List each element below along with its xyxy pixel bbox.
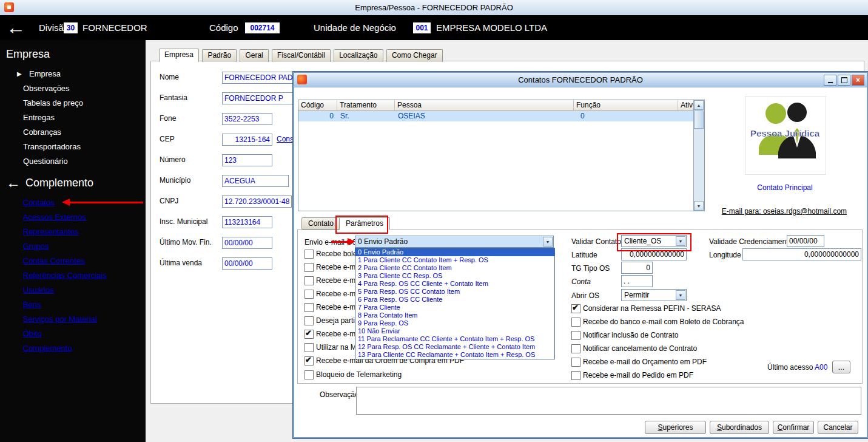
email-link[interactable]: E-mail para: oseias.rdgs@hotmail.com bbox=[719, 207, 850, 216]
checkbox[interactable] bbox=[304, 290, 314, 299]
checkbox[interactable] bbox=[571, 304, 580, 313]
sidebar-item-grupos[interactable]: Grupos bbox=[0, 239, 146, 254]
tab-geral[interactable]: Geral bbox=[240, 49, 268, 62]
sidebar-item-usuarios[interactable]: Usuários bbox=[0, 283, 146, 298]
tg-tipo-os-label: TG Tipo OS bbox=[571, 264, 610, 273]
pessoa-juridica-image: Pessoa Jurídica bbox=[745, 96, 826, 175]
dropdown-option[interactable]: 4 Para Resp. OS CC Cliente + Contato Ite… bbox=[355, 280, 554, 288]
dropdown-option[interactable]: 12 Para Resp. OS CC Reclamante + Cliente… bbox=[355, 343, 554, 351]
table-row[interactable]: 0 Sr. OSEIAS 0 bbox=[298, 111, 704, 121]
column-header-pessoa[interactable]: Pessoa bbox=[395, 100, 574, 111]
cep-consulta-link[interactable]: Cons bbox=[277, 135, 294, 143]
dropdown-option[interactable]: 8 Para Contato Item bbox=[355, 311, 554, 319]
checkbox[interactable] bbox=[571, 331, 580, 340]
checkbox[interactable] bbox=[304, 370, 314, 379]
tab-localizacao[interactable]: Localização bbox=[334, 49, 383, 62]
insc-municipal-input[interactable] bbox=[222, 216, 272, 228]
dropdown-option[interactable]: 9 Para Resp. OS bbox=[355, 319, 554, 327]
numero-input[interactable] bbox=[222, 154, 272, 166]
ultimo-acesso-browse-button[interactable]: ... bbox=[832, 361, 850, 373]
close-button[interactable]: × bbox=[852, 75, 864, 86]
checkbox[interactable] bbox=[304, 343, 314, 352]
validade-credenciamento-input[interactable] bbox=[787, 235, 824, 247]
chevron-down-icon[interactable]: ▼ bbox=[676, 290, 685, 300]
dropdown-option[interactable]: 5 Para Resp. OS CC Contato Item bbox=[355, 288, 554, 296]
dropdown-option[interactable]: 0 Envio Padrão bbox=[355, 248, 554, 256]
dropdown-option[interactable]: 3 Para Cliente CC Resp. OS bbox=[355, 272, 554, 280]
cnpj-input[interactable] bbox=[222, 195, 292, 208]
subordinados-button[interactable]: Subordinados bbox=[710, 421, 769, 434]
sidebar-item-acessos-externos[interactable]: Acessos Externos bbox=[0, 210, 146, 225]
checkbox[interactable] bbox=[304, 250, 314, 259]
dropdown-option[interactable]: 13 Para Cliente CC Reclamante + Contato … bbox=[355, 351, 554, 359]
scroll-up-icon[interactable]: ▲ bbox=[694, 100, 704, 110]
envio-email-combo[interactable]: 0 Envio Padrão ▼ bbox=[355, 236, 554, 248]
checkbox[interactable] bbox=[304, 316, 314, 325]
sidebar-item-label: Cobranças bbox=[23, 127, 61, 137]
dropdown-option[interactable]: 6 Para Resp. OS CC Cliente bbox=[355, 296, 554, 304]
checkbox[interactable] bbox=[571, 344, 580, 353]
tab-contato[interactable]: Contato bbox=[301, 217, 340, 229]
checkbox[interactable] bbox=[304, 263, 314, 272]
column-header-tratamento[interactable]: Tratamento bbox=[337, 100, 395, 111]
sidebar-item-obito[interactable]: Óbito bbox=[0, 327, 146, 341]
checkbox[interactable] bbox=[571, 358, 580, 367]
minimize-button[interactable] bbox=[824, 75, 836, 86]
cancelar-button[interactable]: Cancelar bbox=[818, 421, 858, 434]
ultimo-mov-input[interactable] bbox=[222, 237, 272, 249]
column-header-funcao[interactable]: Função bbox=[574, 100, 678, 111]
cep-input[interactable] bbox=[222, 134, 272, 146]
ultima-venda-input[interactable] bbox=[222, 257, 272, 270]
column-header-ativo[interactable]: Ativo bbox=[678, 100, 695, 111]
checkbox[interactable] bbox=[304, 356, 314, 365]
sidebar-item-questionario[interactable]: Questionário bbox=[0, 154, 146, 169]
sidebar-item-observacoes[interactable]: Observações bbox=[0, 81, 146, 96]
checkbox[interactable] bbox=[571, 318, 580, 327]
municipio-input[interactable] bbox=[222, 175, 289, 187]
tab-empresa[interactable]: Empresa bbox=[159, 49, 199, 62]
sidebar-item-transportadoras[interactable]: Transportadoras bbox=[0, 140, 146, 154]
sidebar-item-empresa[interactable]: ▶ Empresa bbox=[0, 67, 146, 81]
checkbox[interactable] bbox=[304, 303, 314, 312]
tab-fiscal-contabil[interactable]: Fiscal/Contábil bbox=[272, 49, 331, 62]
sidebar-item-contas-correntes[interactable]: Contas Correntes bbox=[0, 254, 146, 268]
sidebar-item-referencias-comerciais[interactable]: Referências Comerciais bbox=[0, 268, 146, 283]
checkbox[interactable] bbox=[304, 330, 314, 339]
longitude-input[interactable] bbox=[742, 248, 861, 260]
fone-input[interactable] bbox=[222, 113, 272, 125]
sidebar-item-representantes[interactable]: Representantes bbox=[0, 225, 146, 239]
dropdown-option[interactable]: 11 Para Reclamante CC Cliente + Contato … bbox=[355, 335, 554, 343]
superiores-button[interactable]: Superiores bbox=[645, 421, 706, 434]
sidebar-item-bens[interactable]: Bens bbox=[0, 298, 146, 312]
abrir-os-combo[interactable]: Permitir ▼ bbox=[621, 289, 687, 301]
column-header-codigo[interactable]: Código bbox=[298, 100, 337, 111]
dropdown-option[interactable]: 2 Para Cliente CC Contato Item bbox=[355, 264, 554, 272]
tab-como-chegar[interactable]: Como Chegar bbox=[386, 49, 443, 62]
dropdown-option[interactable]: 1 Para Cliente CC Contato Item + Resp. O… bbox=[355, 256, 554, 264]
sidebar-item-servicos-por-material[interactable]: Serviços por Material bbox=[0, 312, 146, 327]
dropdown-option[interactable]: 10 Não Enviar bbox=[355, 327, 554, 335]
contacts-table-header: Código Tratamento Pessoa Função Ativo bbox=[298, 100, 704, 111]
contato-principal-link[interactable]: Contato Principal bbox=[745, 183, 825, 192]
conta-input[interactable] bbox=[621, 275, 653, 287]
chevron-down-icon[interactable]: ▼ bbox=[543, 237, 553, 246]
back-arrow-icon[interactable]: ← bbox=[6, 15, 25, 40]
sidebar-item-cobrancas[interactable]: Cobranças bbox=[0, 125, 146, 140]
dropdown-option[interactable]: 7 Para Cliente bbox=[355, 304, 554, 311]
back-arrow-icon[interactable]: ← bbox=[6, 177, 21, 189]
annotation-arrow-contatos bbox=[62, 199, 143, 206]
table-scrollbar[interactable]: ▲ ▼ bbox=[693, 100, 704, 211]
observacao-textarea[interactable] bbox=[356, 387, 861, 415]
maximize-button[interactable] bbox=[838, 75, 850, 86]
confirmar-button[interactable]: Confirmar bbox=[773, 421, 814, 434]
sidebar-item-tabelas-de-preco[interactable]: Tabelas de preço bbox=[0, 96, 146, 110]
checkbox[interactable] bbox=[304, 276, 314, 285]
tab-padrao[interactable]: Padrão bbox=[202, 49, 237, 62]
sidebar-item-entregas[interactable]: Entregas bbox=[0, 110, 146, 125]
scroll-down-icon[interactable]: ▼ bbox=[694, 201, 704, 211]
checkbox[interactable] bbox=[571, 371, 580, 380]
scrollbar-thumb[interactable] bbox=[694, 110, 704, 129]
tg-tipo-os-input[interactable] bbox=[621, 262, 653, 274]
sidebar-item-complemento[interactable]: Complemento bbox=[0, 341, 146, 356]
ultimo-mov-label: Último Mov. Fin. bbox=[160, 238, 212, 246]
